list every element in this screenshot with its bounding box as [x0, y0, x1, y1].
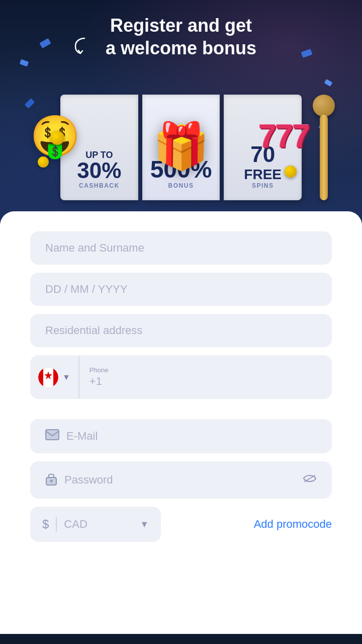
canada-flag — [38, 367, 58, 387]
slot-machine-visual: 🤑 🎁 777 UP TO 30% CASHBACK 500% BONUS — [0, 64, 362, 215]
currency-selector[interactable]: $ CAD ▼ — [30, 507, 161, 542]
currency-divider — [56, 517, 57, 532]
lock-icon — [45, 471, 57, 489]
gift-box: 🎁 — [153, 120, 209, 173]
svg-point-6 — [50, 480, 53, 482]
email-field-wrapper[interactable] — [30, 419, 332, 453]
svg-rect-4 — [46, 430, 59, 440]
password-toggle-icon[interactable] — [303, 473, 317, 487]
dob-input[interactable] — [45, 283, 317, 296]
phone-input-area[interactable]: Phone +1 — [79, 355, 332, 399]
slot-handle — [316, 100, 332, 200]
currency-promo-row: $ CAD ▼ Add promocode — [30, 507, 332, 542]
currency-code: CAD — [64, 518, 133, 531]
name-input[interactable] — [45, 242, 317, 255]
password-field-wrapper[interactable] — [30, 461, 332, 499]
registration-form: ▼ Phone +1 — [0, 211, 362, 634]
phone-label: Phone — [89, 366, 322, 374]
dob-field-wrapper[interactable] — [30, 273, 332, 306]
dollar-icon: $ — [42, 517, 49, 531]
password-input[interactable] — [64, 473, 296, 487]
address-input[interactable] — [45, 324, 317, 337]
email-input[interactable] — [66, 430, 317, 443]
phone-country-code: +1 — [89, 375, 322, 388]
currency-chevron-icon: ▼ — [140, 519, 149, 530]
address-field-wrapper[interactable] — [30, 314, 332, 347]
country-selector[interactable]: ▼ — [38, 356, 79, 398]
lucky-seven: 777 — [258, 118, 309, 155]
name-field-wrapper[interactable] — [30, 231, 332, 265]
country-chevron-icon: ▼ — [62, 373, 70, 382]
arrow-icon — [70, 34, 90, 54]
phone-field-wrapper: ▼ Phone +1 — [30, 355, 332, 399]
hero-headline: Register and get a welcome bonus — [106, 14, 256, 59]
add-promocode-button[interactable]: Add promocode — [161, 518, 332, 531]
hero-section: Register and get a welcome bonus 🤑 🎁 777… — [0, 0, 362, 231]
email-icon — [45, 429, 59, 443]
